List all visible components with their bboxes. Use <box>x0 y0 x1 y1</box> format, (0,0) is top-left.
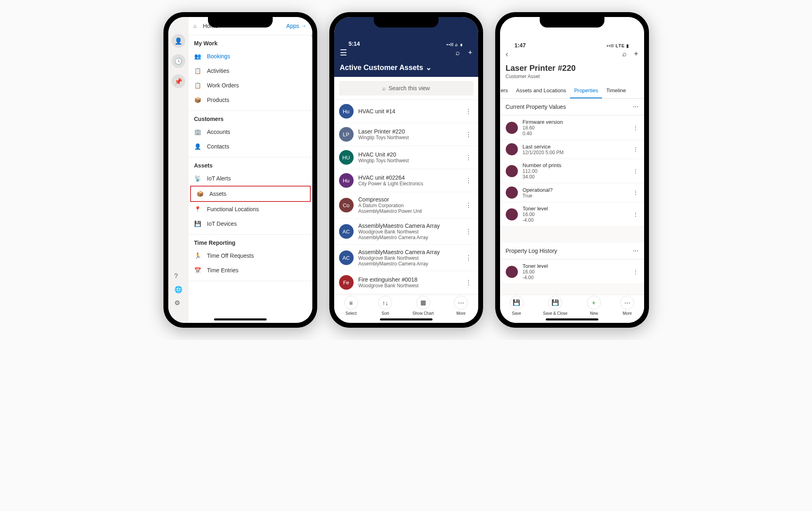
nav-section-header: Customers <box>189 111 312 125</box>
property-row[interactable]: Toner level16.00-4.00⋮ <box>500 202 644 227</box>
footer-save[interactable]: 💾Save <box>510 296 524 316</box>
avatar: AC <box>339 224 354 239</box>
more-icon[interactable]: ⋮ <box>464 154 473 161</box>
list-item[interactable]: LPLaser Printer #220Wingtip Toys Northwe… <box>334 123 478 146</box>
apps-link[interactable]: Apps → <box>286 23 307 29</box>
profile-icon[interactable]: 👤 <box>172 34 185 48</box>
arrow-right-icon: → <box>301 23 307 29</box>
more-icon[interactable]: ⋮ <box>633 189 638 196</box>
more-icon[interactable]: ⋮ <box>464 201 473 209</box>
nav-item-functional-locations[interactable]: 📍Functional Locations <box>189 202 312 216</box>
hamburger-icon[interactable]: ☰ <box>340 48 347 57</box>
nav-home-label: Home <box>203 23 218 29</box>
property-row[interactable]: Toner level16.00-4.00⋮ <box>500 260 644 284</box>
nav-item-icon: 📦 <box>194 97 202 103</box>
search-input[interactable]: ⌕ Search this view <box>339 81 473 95</box>
tab-properties[interactable]: Properties <box>570 83 602 98</box>
search-icon[interactable]: ⌕ <box>622 50 627 58</box>
view-title[interactable]: Active Customer Assets ⌄ <box>340 63 473 72</box>
nav-item-time-off-requests[interactable]: 🏃Time Off Requests <box>189 248 312 263</box>
more-icon[interactable]: ⋮ <box>464 177 473 184</box>
section-history: Property Log History⋯ <box>500 243 644 259</box>
nav-item-products[interactable]: 📦Products <box>189 93 312 107</box>
nav-item-icon: 🏃 <box>194 252 202 259</box>
footer-show-chart[interactable]: ▦Show Chart <box>413 296 434 316</box>
pin-icon[interactable]: 📌 <box>172 74 185 88</box>
more-icon[interactable]: ⋮ <box>633 168 638 174</box>
nav-item-bookings[interactable]: 👥Bookings <box>189 49 312 64</box>
property-dot <box>506 208 518 221</box>
phone-nav: 👤 🕓 📌 ? 🌐 ⚙ ⌂ Home Apps → <box>163 12 317 328</box>
nav-home[interactable]: ⌂ Home Apps → <box>189 17 312 35</box>
add-icon[interactable]: + <box>634 50 638 58</box>
back-icon[interactable]: ‹ <box>506 49 509 59</box>
nav-item-assets[interactable]: 📦Assets <box>190 186 311 202</box>
nav-item-label: Time Entries <box>207 267 239 274</box>
more-icon[interactable]: ⋮ <box>464 228 473 235</box>
nav-item-activities[interactable]: 📋Activities <box>189 64 312 78</box>
list-item[interactable]: HuHVAC unit #02264City Power & Light Ele… <box>334 169 478 192</box>
property-row[interactable]: Operational?True⋮ <box>500 183 644 202</box>
section-current: Current Property Values⋯ <box>500 99 644 115</box>
more-icon[interactable]: ⋯ <box>633 248 638 254</box>
nav-item-icon: 📋 <box>194 68 202 74</box>
property-dot <box>506 266 518 278</box>
property-dot <box>506 165 518 177</box>
footer-save-&-close[interactable]: 💾Save & Close <box>543 296 568 316</box>
more-icon[interactable]: ⋮ <box>464 254 473 262</box>
home-icon: ⌂ <box>193 23 203 29</box>
list-item[interactable]: HUHVAC Unit #20Wingtip Toys Northwest⋮ <box>334 146 478 169</box>
nav-item-time-entries[interactable]: 📅Time Entries <box>189 263 312 278</box>
nav-item-label: IoT Devices <box>207 221 237 227</box>
avatar: Co <box>339 198 354 212</box>
settings-icon[interactable]: ⚙ <box>174 299 182 307</box>
nav-item-iot-devices[interactable]: 💾IoT Devices <box>189 216 312 231</box>
nav-item-accounts[interactable]: 🏢Accounts <box>189 125 312 139</box>
more-icon[interactable]: ⋮ <box>464 108 473 115</box>
phone-list: 5:14 ••ll ⌕ ▮ ☰ ⌕ + Active Customer Asse… <box>329 12 483 328</box>
nav-item-label: IoT Alerts <box>207 175 231 182</box>
more-icon[interactable]: ⋮ <box>464 279 473 286</box>
footer-select[interactable]: ≡Select <box>344 296 358 316</box>
more-icon[interactable]: ⋮ <box>464 131 473 138</box>
list-item[interactable]: CoCompressorA Datum CorporationAssemblyM… <box>334 192 478 218</box>
nav-item-label: Work Orders <box>207 82 239 89</box>
nav-item-work-orders[interactable]: 📋Work Orders <box>189 78 312 93</box>
list-item[interactable]: ACAssemblyMaestro Camera ArrayWoodgrove … <box>334 218 478 245</box>
status-bar: 1:47 ••ll LTE ▮ <box>506 35 638 49</box>
property-row[interactable]: Last service12/1/2020 5:00 PM⋮ <box>500 140 644 159</box>
property-row[interactable]: Number of prints112.0034.00⋮ <box>500 159 644 183</box>
list-item[interactable]: FeFire extinguisher #0018Woodgrove Bank … <box>334 271 478 294</box>
more-icon[interactable]: ⋮ <box>633 269 638 275</box>
list-item[interactable]: HuHVAC unit #14⋮ <box>334 100 478 123</box>
list-header: 5:14 ••ll ⌕ ▮ ☰ ⌕ + Active Customer Asse… <box>334 17 478 77</box>
property-row[interactable]: Firmware version18.600.40⋮ <box>500 116 644 140</box>
tab-timeline[interactable]: Timeline <box>602 83 630 98</box>
footer-more[interactable]: ⋯More <box>454 296 468 316</box>
tab-assets-and-locations[interactable]: Assets and Locations <box>512 83 570 98</box>
nav-item-iot-alerts[interactable]: 📡IoT Alerts <box>189 171 312 186</box>
more-icon[interactable]: ⋮ <box>633 211 638 218</box>
tab-ers[interactable]: ers <box>500 83 512 98</box>
avatar: Hu <box>339 104 354 119</box>
avatar: Fe <box>339 275 354 290</box>
status-icons: ••ll ⌕ ▮ <box>447 42 464 47</box>
globe-icon[interactable]: 🌐 <box>174 286 182 293</box>
nav-item-contacts[interactable]: 👤Contacts <box>189 139 312 154</box>
nav-item-icon: 💾 <box>194 221 202 227</box>
nav-item-icon: 📅 <box>194 267 202 274</box>
more-icon[interactable]: ⋯ <box>633 104 638 110</box>
list-item[interactable]: ACAssemblyMaestro Camera ArrayWoodgrove … <box>334 245 478 271</box>
help-icon[interactable]: ? <box>174 273 182 280</box>
more-icon[interactable]: ⋮ <box>633 125 638 131</box>
phone-detail: 1:47 ••ll LTE ▮ ‹ ⌕ + Laser Printer #220… <box>495 12 649 328</box>
footer-sort[interactable]: ↑↓Sort <box>378 296 392 316</box>
avatar: Hu <box>339 173 354 188</box>
footer-more[interactable]: ⋯More <box>620 296 634 316</box>
footer-new[interactable]: ＋New <box>587 296 601 316</box>
add-icon[interactable]: + <box>468 49 473 57</box>
more-icon[interactable]: ⋮ <box>633 146 638 153</box>
recent-icon[interactable]: 🕓 <box>172 54 185 68</box>
tabs: ersAssets and LocationsPropertiesTimelin… <box>500 83 644 99</box>
search-icon[interactable]: ⌕ <box>456 49 460 57</box>
